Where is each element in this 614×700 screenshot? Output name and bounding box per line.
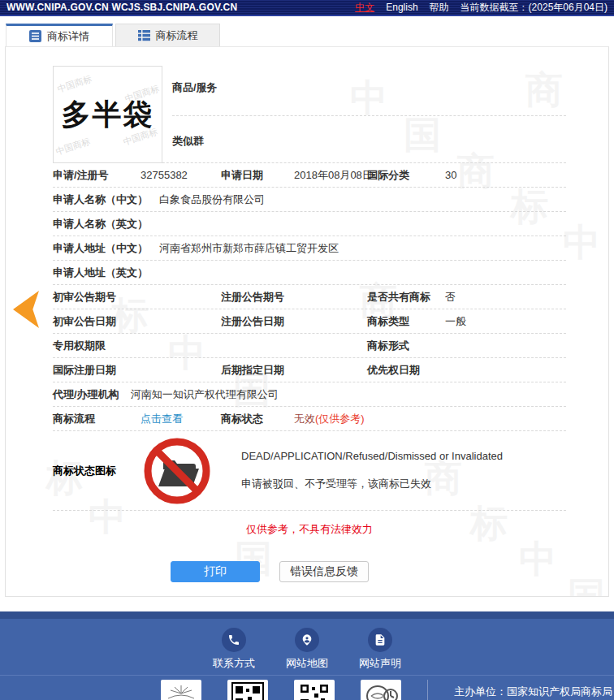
- reg-no-value: 32755382: [141, 169, 221, 181]
- background-watermark-glyph: 中: [563, 218, 600, 268]
- tm-form-label: 商标形式: [367, 339, 445, 353]
- data-cutoff-date: 当前数据截至：(2025年06月04日): [460, 1, 608, 15]
- applicant-cn-value: 白象食品股份有限公司: [159, 192, 265, 207]
- divider: [172, 115, 566, 116]
- intl-class-value: 30: [445, 169, 566, 181]
- first-gazette-no-label: 初审公告期号: [53, 290, 141, 305]
- shared-mark-label: 是否共有商标: [367, 290, 445, 305]
- gov-badge-qr-1[interactable]: [227, 680, 268, 700]
- background-watermark-glyph: 国: [568, 572, 605, 597]
- table-row: 申请人地址（中文） 河南省郑州市新郑市薛店镇工贸开发区: [53, 236, 566, 261]
- trademark-image: 中国商标 中国商标 中国商标 中国商标 多半袋: [53, 66, 162, 163]
- document-icon: [374, 633, 387, 646]
- lang-en-link[interactable]: English: [386, 2, 417, 13]
- table-row: 申请人地址（英文）: [53, 261, 566, 285]
- app-date-value: 2018年08月08日: [294, 168, 367, 183]
- agency-value: 河南知一知识产权代理有限公司: [131, 387, 279, 402]
- tab-trademark-process[interactable]: 商标流程: [115, 24, 220, 46]
- table-row: 申请人名称（英文）: [53, 212, 566, 236]
- footer-link-statement-label: 网站声明: [359, 656, 401, 671]
- applicant-en-label: 申请人名称（英文）: [53, 217, 148, 231]
- qr-code-image: [231, 682, 264, 700]
- applicant-cn-label: 申请人名称（中文）: [53, 192, 148, 207]
- trademark-detail-panel: 中国商标中国商标中国商标中国商标中国 中国商标 中国商标 中国商标 中国商标 多…: [5, 46, 609, 597]
- reg-gazette-date-label: 注册公告日期: [221, 314, 367, 329]
- process-label: 商标流程: [53, 412, 141, 426]
- later-designation-date-label: 后期指定日期: [221, 363, 367, 378]
- shared-mark-value: 否: [445, 290, 566, 305]
- tab-trademark-detail-label: 商标详情: [47, 29, 89, 44]
- badge-starburst-image: [163, 682, 199, 700]
- lang-zh-link[interactable]: 中文: [355, 1, 374, 15]
- print-button[interactable]: 打印: [171, 561, 260, 582]
- image-watermark: 中国商标: [54, 136, 92, 158]
- table-row: 代理/办理机构 河南知一知识产权代理有限公司: [53, 382, 566, 407]
- site-urls: WWW.CNIPA.GOV.CN WCJS.SBJ.CNIPA.GOV.CN: [6, 2, 237, 13]
- footer-link-contact-label: 联系方式: [213, 656, 255, 671]
- table-row: 初审公告期号 注册公告期号 是否共有商标 否: [53, 285, 566, 309]
- addr-cn-label: 申请人地址（中文）: [53, 241, 148, 256]
- tab-bar: 商标详情 商标流程: [6, 24, 614, 46]
- tab-trademark-detail[interactable]: 商标详情: [6, 24, 113, 46]
- priority-date-label: 优先权日期: [367, 363, 445, 378]
- gov-badge-1[interactable]: [161, 680, 201, 700]
- phone-icon: [227, 633, 240, 646]
- legal-disclaimer-note: 仅供参考，不具有法律效力: [53, 522, 566, 537]
- reg-no-label: 申请/注册号: [53, 168, 141, 183]
- status-text-en: DEAD/APPLICATION/Refused/Dismissed or In…: [241, 450, 503, 462]
- error-feedback-button[interactable]: 错误信息反馈: [279, 561, 369, 582]
- table-row: 申请/注册号 32755382 申请日期 2018年08月08日 国际分类 30: [53, 163, 566, 188]
- image-watermark: 中国商标: [56, 73, 93, 96]
- agency-label: 代理/办理机构: [53, 387, 119, 402]
- footer-link-statement[interactable]: 网站声明: [359, 628, 401, 671]
- gov-badge-qr-2[interactable]: [294, 680, 335, 700]
- emblem-image: [363, 682, 399, 700]
- exclusive-period-label: 专用权期限: [53, 339, 141, 353]
- first-gazette-date-label: 初审公告日期: [53, 314, 141, 329]
- footer-link-sitemap-label: 网站地图: [286, 656, 328, 671]
- dead-status-prohibited-folder-icon: [142, 436, 212, 506]
- status-icon-label: 商标状态图标: [53, 464, 142, 478]
- organizer-text: 主办单位：国家知识产权局商标局: [454, 680, 612, 699]
- qr-code-image: [298, 682, 331, 700]
- intl-class-label: 国际分类: [367, 168, 445, 183]
- table-row: 国际注册日期 后期指定日期 优先权日期: [53, 358, 566, 382]
- collapse-left-arrow[interactable]: [13, 291, 39, 328]
- status-reference-note: (仅供参考): [315, 413, 365, 425]
- top-header-bar: WWW.CNIPA.GOV.CN WCJS.SBJ.CNIPA.GOV.CN 中…: [0, 0, 614, 16]
- footer-vertical-divider: [427, 680, 428, 700]
- tm-type-label: 商标类型: [367, 314, 445, 329]
- reg-gazette-no-label: 注册公告期号: [221, 290, 367, 305]
- status-value: 无效: [294, 413, 315, 425]
- status-icon-row: 商标状态图标 DEAD/APPLICATION/Refused/Dismisse…: [53, 431, 566, 511]
- process-view-link[interactable]: 点击查看: [141, 412, 221, 426]
- detail-list-icon: [29, 30, 41, 42]
- addr-en-label: 申请人地址（英文）: [53, 266, 148, 280]
- footer-link-contact[interactable]: 联系方式: [213, 628, 255, 671]
- trademark-name: 多半袋: [62, 95, 154, 135]
- goods-services-label: 商品/服务: [172, 80, 566, 95]
- tm-type-value: 一般: [445, 314, 566, 329]
- addr-cn-value: 河南省郑州市新郑市薛店镇工贸开发区: [159, 241, 339, 256]
- status-text-cn: 申请被驳回、不予受理等，该商标已失效: [241, 477, 503, 491]
- similar-group-label: 类似群: [172, 134, 566, 149]
- tab-trademark-process-label: 商标流程: [156, 28, 198, 43]
- table-row: 初审公告日期 注册公告日期 商标类型 一般: [53, 309, 566, 334]
- footer-link-sitemap[interactable]: 网站地图: [286, 628, 328, 671]
- process-list-icon: [138, 29, 150, 41]
- person-pin-icon: [301, 633, 313, 646]
- app-date-label: 申请日期: [221, 168, 294, 183]
- intl-reg-date-label: 国际注册日期: [53, 363, 141, 378]
- help-link[interactable]: 帮助: [430, 1, 449, 15]
- table-row: 申请人名称（中文） 白象食品股份有限公司: [53, 188, 566, 212]
- table-row: 专用权期限 商标形式: [53, 334, 566, 358]
- table-row: 商标流程 点击查看 商标状态 无效(仅供参考): [53, 407, 566, 431]
- status-label: 商标状态: [221, 412, 294, 426]
- page-footer: 联系方式 网站地图 网站声明: [0, 611, 614, 700]
- gov-badge-emblem[interactable]: [361, 680, 401, 700]
